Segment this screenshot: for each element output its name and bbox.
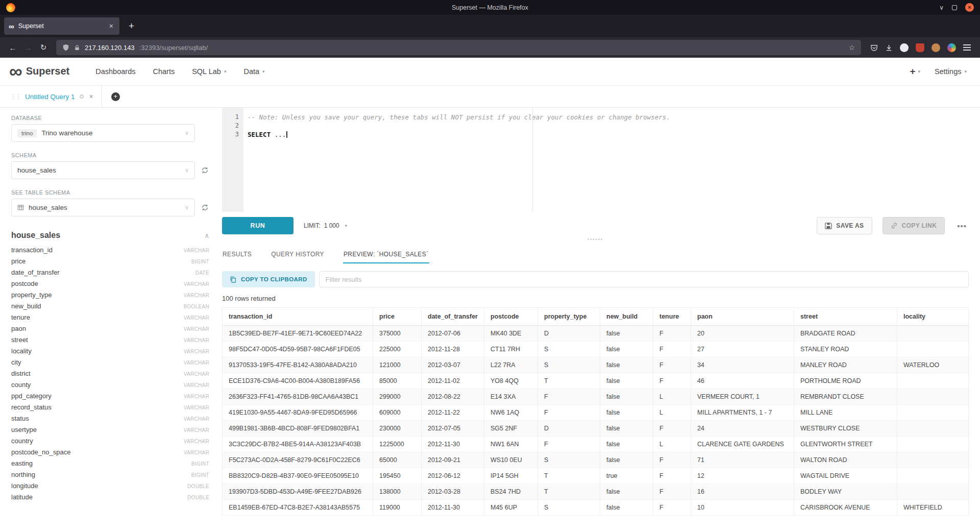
database-select[interactable]: trino Trino warehouse ∨	[11, 124, 195, 142]
table-cell: true	[600, 468, 653, 484]
query-tab-close-icon[interactable]: ×	[89, 92, 93, 101]
table-cell: false	[600, 500, 653, 516]
table-cell	[897, 421, 969, 437]
column-header-tenure[interactable]: tenure	[653, 308, 691, 326]
column-header-new_build[interactable]: new_build	[600, 308, 653, 326]
sql-editor[interactable]: 1 2 3 -- Note: Unless you save your quer…	[222, 108, 969, 212]
table-cell: 16	[691, 484, 794, 500]
nav-item-dashboards[interactable]: Dashboards	[87, 58, 144, 85]
table-cell: 98F5DC47-0D05-4D59-95B7-98CA6F1FDE05	[223, 342, 373, 357]
column-header-street[interactable]: street	[794, 308, 897, 326]
drag-handle-icon[interactable]: ⋮⋮	[10, 93, 20, 100]
pocket-icon[interactable]	[870, 44, 878, 52]
column-row: record_status VARCHAR	[11, 403, 209, 415]
table-cell: T	[538, 373, 600, 389]
table-cell: 34	[691, 357, 794, 373]
window-maximize-button[interactable]	[952, 5, 957, 10]
chevron-up-icon[interactable]: ∧	[204, 232, 209, 239]
lock-icon[interactable]	[74, 44, 80, 51]
table-cell: 2012-11-28	[422, 342, 484, 357]
nav-item-charts[interactable]: Charts	[144, 58, 183, 85]
table-cell: 138000	[373, 484, 422, 500]
schema-select[interactable]: house_sales ∨	[11, 161, 195, 179]
column-type: BIGINT	[191, 472, 209, 478]
copy-to-clipboard-button[interactable]: COPY TO CLIPBOARD	[222, 271, 315, 287]
column-type: VARCHAR	[184, 427, 209, 433]
shield-icon[interactable]	[62, 44, 69, 51]
filter-results-input[interactable]	[319, 271, 969, 287]
results-tab-query-history[interactable]: QUERY HISTORY	[271, 247, 325, 263]
column-name: property_type	[11, 291, 184, 299]
ublock-icon[interactable]	[916, 43, 924, 52]
column-header-paon[interactable]: paon	[691, 308, 794, 326]
refresh-schemas-icon[interactable]	[201, 166, 209, 174]
browser-tab-superset[interactable]: ∞ Superset ×	[4, 17, 119, 35]
row-count-status: 100 rows returned	[222, 295, 969, 302]
results-tab-preview-house-sales[interactable]: PREVIEW: `HOUSE_SALES`	[343, 247, 429, 263]
nav-item-label: SQL Lab	[192, 67, 221, 76]
column-header-label: postcode	[491, 313, 519, 320]
column-header-property_type[interactable]: property_type	[538, 308, 600, 326]
add-query-tab-button[interactable]: +	[111, 92, 120, 101]
column-type: DOUBLE	[187, 495, 209, 500]
forward-button[interactable]: →	[20, 40, 36, 55]
column-type: VARCHAR	[184, 326, 209, 332]
table-cell: REMBRANDT CLOSE	[794, 389, 897, 405]
table-cell: false	[600, 405, 653, 421]
nav-item-sql-lab[interactable]: SQL Lab ▾	[183, 58, 235, 85]
copy-link-button[interactable]: COPY LINK	[883, 217, 945, 234]
column-row: usertype VARCHAR	[11, 426, 209, 437]
window-minimize-button[interactable]: ∨	[939, 4, 944, 12]
new-tab-button[interactable]: +	[124, 20, 139, 32]
reload-button[interactable]: ↻	[36, 40, 51, 55]
column-name: longitude	[11, 482, 187, 490]
table-select[interactable]: house_sales ∨	[11, 199, 195, 216]
column-header-postcode[interactable]: postcode	[484, 308, 538, 326]
column-row: postcode VARCHAR	[11, 280, 209, 291]
resize-handle[interactable]: ••••••	[222, 236, 969, 243]
table-cell: 2012-06-12	[422, 468, 484, 484]
table-cell: D	[538, 421, 600, 437]
tab-close-icon[interactable]: ×	[108, 22, 115, 30]
new-item-menu[interactable]: + ▾	[910, 66, 920, 77]
link-icon	[891, 222, 898, 229]
refresh-tables-icon[interactable]	[201, 204, 209, 211]
bookmark-star-icon[interactable]: ☆	[848, 43, 855, 52]
save-as-button[interactable]: SAVE AS	[817, 217, 872, 234]
query-tab-untitled-query-1[interactable]: ⋮⋮ Untitled Query 1 ×	[6, 86, 102, 107]
url-bar[interactable]: 217.160.120.143:32393/superset/sqllab/ ☆	[56, 40, 861, 55]
table-cell: F	[538, 437, 600, 452]
window-close-button[interactable]: ×	[965, 3, 974, 12]
results-tab-results[interactable]: RESULTS	[222, 247, 252, 263]
column-header-locality[interactable]: locality	[897, 308, 969, 326]
superset-brand[interactable]: ∞ Superset	[9, 64, 69, 79]
column-type: VARCHAR	[184, 248, 209, 253]
column-header-price[interactable]: price	[373, 308, 422, 326]
table-cell: 91370533-19F5-47FE-B142-A380A8ADA210	[223, 357, 373, 373]
extension-icon-1[interactable]	[900, 43, 909, 52]
column-header-date_of_transfer[interactable]: date_of_transfer	[422, 308, 484, 326]
table-cell: WAGTAIL DRIVE	[794, 468, 897, 484]
table-cell: F	[653, 452, 691, 468]
table-cell: F	[653, 373, 691, 389]
back-button[interactable]: ←	[5, 40, 20, 55]
more-actions-button[interactable]: •••	[955, 222, 969, 230]
extension-icon-3[interactable]	[947, 43, 956, 52]
column-header-transaction_id[interactable]: transaction_id	[223, 308, 373, 326]
nav-item-data[interactable]: Data ▾	[235, 58, 273, 85]
extension-icon-2[interactable]	[932, 43, 940, 52]
chevron-down-icon: ∨	[185, 167, 189, 174]
table-row: ECE1D376-C9A6-4C00-B004-A380B189FA568500…	[223, 373, 969, 389]
downloads-icon[interactable]	[885, 44, 893, 52]
editor-code[interactable]: -- Note: Unless you save your query, the…	[243, 108, 969, 212]
sqllab-sidebar: DATABASE trino Trino warehouse ∨ SCHEMA …	[0, 108, 222, 532]
results-table-container[interactable]: transaction_id price date_of_transfer po…	[222, 307, 969, 532]
run-button[interactable]: RUN	[222, 217, 293, 234]
menu-icon[interactable]	[963, 47, 971, 48]
database-label: DATABASE	[11, 115, 209, 121]
table-cell: MILL APARTMENTS, 1 - 7	[691, 405, 794, 421]
settings-menu[interactable]: Settings ▾	[935, 67, 967, 76]
limit-dropdown[interactable]: LIMIT: 1 000 ▾	[304, 222, 347, 229]
column-type: DATE	[195, 270, 209, 276]
column-row: ppd_category VARCHAR	[11, 392, 209, 403]
